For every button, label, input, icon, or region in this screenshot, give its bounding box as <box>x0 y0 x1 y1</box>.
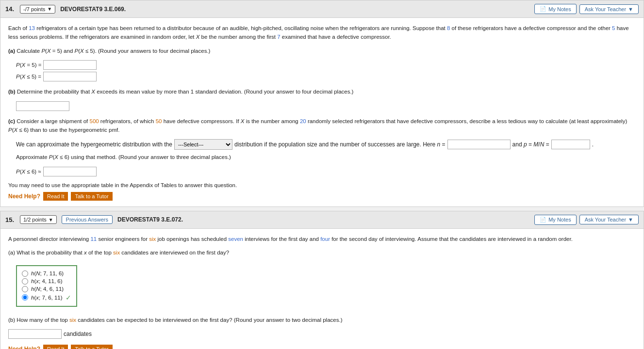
pxle5-input[interactable] <box>43 72 97 81</box>
radio-label-4[interactable]: h(x; 7, 6, 11) <box>31 295 63 301</box>
question-14-body: Each of 13 refrigerators of a certain ty… <box>0 18 644 206</box>
question-14-part-a: (a) Calculate P(X = 5) and P(X ≤ 5). (Ro… <box>8 47 636 81</box>
radio-label-2[interactable]: h(x; 4, 11, 6) <box>31 278 63 284</box>
px5-input[interactable] <box>43 60 97 70</box>
select-suffix-label: distribution if the population size and … <box>234 141 446 148</box>
part-b-input[interactable] <box>16 101 69 111</box>
previous-answers-button[interactable]: Previous Answers <box>62 215 113 224</box>
pxle6-input[interactable] <box>43 167 97 176</box>
question-14-points-text: -/7 points <box>23 6 45 12</box>
talk-to-tutor-button-14[interactable]: Talk to a Tutor <box>71 192 112 201</box>
radio-input-2[interactable] <box>22 278 28 285</box>
question-14-header-right: 📄 My Notes Ask Your Teacher ▼ <box>534 4 639 14</box>
need-help-15: Need Help? Read It Talk to a Tutor <box>8 345 636 349</box>
notes-icon-15: 📄 <box>540 217 546 223</box>
question-15-part-a: (a) What is the probability that x of th… <box>8 248 636 309</box>
chevron-down-icon-15b: ▼ <box>628 217 633 222</box>
question-14-part-c: (c) Consider a large shipment of 500 ref… <box>8 117 636 176</box>
distribution-select[interactable]: ---Select--- Binomial Poisson Normal <box>174 139 232 150</box>
question-14-points-badge[interactable]: -/7 points ▼ <box>20 5 55 14</box>
question-15: 15. 1/2 points ▼ Previous Answers DEVORE… <box>0 211 644 349</box>
radio-label-1[interactable]: h(N; 7, 11, 6) <box>31 270 64 276</box>
correct-checkmark: ✓ <box>66 294 71 301</box>
question-15-intro: A personnel director interviewing 11 sen… <box>8 235 636 243</box>
question-15-header-right: 📄 My Notes Ask Your Teacher ▼ <box>534 215 639 225</box>
period: . <box>592 141 594 148</box>
px5-label: P(X = 5) = <box>16 62 41 68</box>
radio-label-3[interactable]: h(N; 4, 6, 11) <box>31 286 64 292</box>
select-prefix-label: We can approximate the hypergeometric di… <box>16 141 172 148</box>
pxle5-label: P(X ≤ 5) = <box>16 74 41 79</box>
approx-label: Approximate P(X ≤ 6) using that method. … <box>16 153 636 161</box>
candidates-label: candidates <box>64 331 92 337</box>
question-15-part-b: (b) How many of the top six candidates c… <box>8 316 636 339</box>
part-c-intro: (c) Consider a large shipment of 500 ref… <box>8 117 636 135</box>
question-15-id: DEVORESTAT9 3.E.072. <box>117 216 183 223</box>
question-14-intro: Each of 13 refrigerators of a certain ty… <box>8 24 636 42</box>
question-14: 14. -/7 points ▼ DEVORESTAT9 3.E.069. 📄 … <box>0 0 644 207</box>
question-15-header: 15. 1/2 points ▼ Previous Answers DEVORE… <box>0 211 644 229</box>
part-b-text: (b) Determine the probability that X exc… <box>8 87 636 96</box>
radio-input-3[interactable] <box>22 286 28 292</box>
chevron-down-icon: ▼ <box>628 6 633 12</box>
candidates-input-row: candidates <box>8 329 636 339</box>
ask-teacher-button-15[interactable]: Ask Your Teacher ▼ <box>579 215 639 224</box>
n-input[interactable] <box>447 140 511 149</box>
radio-option-2: h(x; 4, 11, 6) <box>22 278 71 285</box>
notes-icon: 📄 <box>540 6 546 12</box>
radio-group-15a: h(N; 7, 11, 6) h(x; 4, 11, 6) h(N; 4, 6,… <box>16 265 77 307</box>
question-15-points-text: 1/2 points <box>23 217 47 222</box>
need-help-label-14: Need Help? <box>8 193 40 200</box>
distribution-select-row: We can approximate the hypergeometric di… <box>16 139 636 150</box>
part-b-15-text: (b) How many of the top six candidates c… <box>8 316 636 324</box>
question-14-id: DEVORESTAT9 3.E.069. <box>60 6 126 13</box>
radio-input-4[interactable] <box>22 294 28 301</box>
my-notes-button-15[interactable]: 📄 My Notes <box>534 215 576 225</box>
question-15-body: A personnel director interviewing 11 sen… <box>0 229 644 349</box>
question-14-number: 14. <box>5 5 15 13</box>
part-b-input-row <box>16 101 636 111</box>
question-14-header: 14. -/7 points ▼ DEVORESTAT9 3.E.069. 📄 … <box>0 0 644 18</box>
radio-option-1: h(N; 7, 11, 6) <box>22 270 71 277</box>
radio-input-1[interactable] <box>22 270 28 277</box>
part-a-text: (a) Calculate P(X = 5) and P(X ≤ 5). (Ro… <box>8 47 636 55</box>
need-help-14: Need Help? Read It Talk to a Tutor <box>8 192 636 201</box>
need-help-label-15: Need Help? <box>8 346 40 349</box>
p-label: and p = M/N = <box>512 141 549 148</box>
question-14-part-b: (b) Determine the probability that X exc… <box>8 87 636 111</box>
appendix-note-14: You may need to use the appropriate tabl… <box>8 182 636 188</box>
candidates-input[interactable] <box>8 329 62 339</box>
chevron-down-icon-15: ▼ <box>49 217 53 222</box>
question-15-number: 15. <box>5 216 15 223</box>
ask-teacher-button-14[interactable]: Ask Your Teacher ▼ <box>579 4 639 14</box>
p-input[interactable] <box>551 140 590 149</box>
chevron-down-icon: ▼ <box>47 6 52 12</box>
part-a-15-text: (a) What is the probability that x of th… <box>8 248 636 257</box>
read-it-button-14[interactable]: Read It <box>43 192 68 201</box>
question-15-points-badge[interactable]: 1/2 points ▼ <box>20 215 57 224</box>
part-c-select-row: We can approximate the hypergeometric di… <box>16 139 636 176</box>
my-notes-button-14[interactable]: 📄 My Notes <box>534 4 576 14</box>
px5-row: P(X = 5) = <box>16 60 636 70</box>
radio-option-4: h(x; 7, 6, 11) ✓ <box>22 294 71 301</box>
radio-option-3: h(N; 4, 6, 11) <box>22 286 71 292</box>
pxle6-row: P(X ≤ 6) ≈ <box>16 167 636 176</box>
talk-to-tutor-button-15[interactable]: Talk to a Tutor <box>71 345 112 349</box>
read-it-button-15[interactable]: Read It <box>43 345 68 349</box>
pxle6-label: P(X ≤ 6) ≈ <box>16 169 41 174</box>
pxle5-row: P(X ≤ 5) = <box>16 72 636 81</box>
